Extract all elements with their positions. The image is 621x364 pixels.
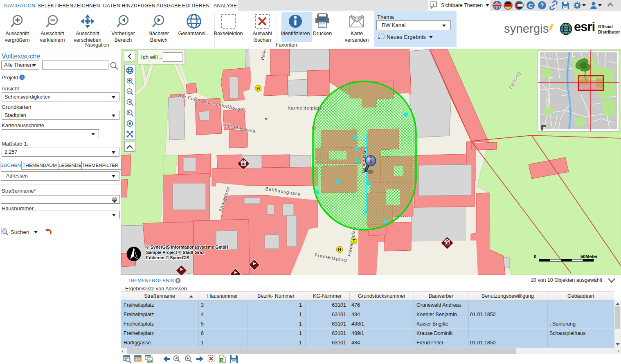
svg-text:C: C <box>529 2 533 9</box>
svg-text:Karmeliterplatz: Karmeliterplatz <box>288 106 322 110</box>
svg-text:H: H <box>338 247 341 252</box>
svg-text:0: 0 <box>534 254 536 259</box>
svg-text:T: T <box>353 238 356 243</box>
svg-text:Sample Project © Stadt Graz: Sample Project © Stadt Graz <box>146 250 204 255</box>
svg-text:?: ? <box>540 2 544 9</box>
svg-text:50Meter: 50Meter <box>580 254 598 259</box>
svg-text:i: i <box>433 2 434 7</box>
svg-text:Editieren © SynerGIS: Editieren © SynerGIS <box>146 255 189 260</box>
svg-text:H: H <box>256 86 260 91</box>
svg-text:© SynerGIS Informationssysteme: © SynerGIS Informationssysteme GmbH <box>146 245 228 249</box>
svg-text:i: i <box>22 75 23 80</box>
